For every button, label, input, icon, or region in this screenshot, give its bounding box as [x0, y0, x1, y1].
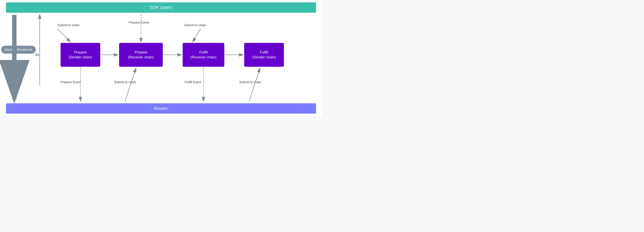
submit-to-chain-label-4: Submit to chain — [239, 80, 261, 84]
diagram-container: SDK (user) Router Auction Broadcast Prep… — [0, 0, 322, 116]
prepare-sender-box: Prepare (Sender chain) — [60, 43, 100, 67]
svg-line-11 — [125, 68, 136, 101]
submit-to-chain-label-2: Submit to chain — [184, 24, 206, 27]
svg-line-4 — [58, 29, 70, 42]
sdk-bar: SDK (user) — [6, 3, 316, 13]
fulfill-receiver-box: Fulfill (Receiver chain) — [183, 43, 224, 67]
prepare-event-label-1: Prepare Event — [129, 21, 149, 25]
submit-to-chain-label-3: Submit to chain — [114, 80, 136, 84]
svg-line-6 — [192, 29, 200, 42]
fulfill-event-label: Fulfill Event — [184, 80, 201, 84]
svg-line-13 — [249, 68, 260, 101]
sdk-bar-label: SDK (user) — [150, 5, 172, 10]
router-bar-label: Router — [154, 106, 168, 111]
prepare-receiver-box: Prepare (Receiver chain) — [119, 43, 163, 67]
prepare-event-label-2: Prepare Event — [60, 80, 81, 84]
router-bar: Router — [6, 103, 316, 114]
auction-broadcast: Auction Broadcast — [1, 46, 36, 54]
bid-label: Bid — [35, 53, 40, 57]
submit-to-chain-label-1: Submit to chain — [58, 24, 80, 27]
fulfill-sender-box: Fulfill (Sender chain) — [244, 43, 284, 67]
